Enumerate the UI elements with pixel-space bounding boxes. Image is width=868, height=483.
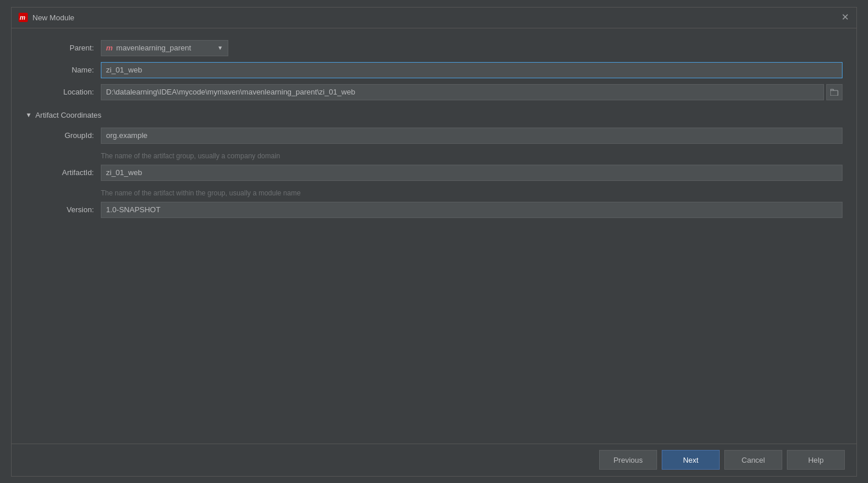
version-control: [101, 202, 843, 218]
name-row: Name:: [25, 62, 843, 78]
chevron-down-icon: ▼: [217, 45, 223, 51]
artifactid-control: [101, 165, 843, 181]
artifact-section-header: ▼ Artifact Coordinates: [25, 111, 843, 119]
name-control: [101, 62, 843, 78]
artifactid-input[interactable]: [101, 165, 843, 181]
next-button[interactable]: Next: [662, 450, 720, 470]
parent-dropdown[interactable]: m mavenlearning_parent ▼: [101, 40, 228, 56]
maven-icon: m: [19, 13, 28, 22]
browse-folder-button[interactable]: [826, 84, 843, 100]
parent-value: mavenlearning_parent: [116, 43, 191, 52]
svg-rect-2: [830, 90, 838, 96]
artifact-section-title: Artifact Coordinates: [35, 111, 101, 119]
help-button[interactable]: Help: [787, 450, 845, 470]
groupid-label: GroupId:: [25, 131, 101, 140]
name-input[interactable]: [101, 62, 843, 78]
version-input[interactable]: [101, 202, 843, 218]
section-collapse-arrow[interactable]: ▼: [25, 111, 32, 118]
version-row: Version:: [25, 202, 843, 218]
svg-text:m: m: [20, 14, 25, 21]
parent-label: Parent:: [25, 43, 101, 52]
location-input[interactable]: [101, 84, 824, 100]
location-row: Location:: [25, 84, 843, 100]
dialog-footer: Previous Next Cancel Help: [12, 444, 856, 476]
groupid-input[interactable]: [101, 128, 843, 144]
location-control: [101, 84, 843, 100]
artifactid-hint: The name of the artifact within the grou…: [101, 187, 843, 202]
parent-control: m mavenlearning_parent ▼: [101, 40, 843, 56]
previous-button[interactable]: Previous: [599, 450, 657, 470]
groupid-row: GroupId:: [25, 128, 843, 144]
title-bar-left: m New Module: [19, 13, 74, 22]
title-bar: m New Module ✕: [12, 8, 856, 28]
name-label: Name:: [25, 66, 101, 74]
dialog-title: New Module: [32, 13, 74, 22]
parent-row: Parent: m mavenlearning_parent ▼: [25, 40, 843, 56]
artifactid-row: ArtifactId:: [25, 165, 843, 181]
dialog-content: Parent: m mavenlearning_parent ▼ Name: L…: [12, 28, 856, 444]
maven-m-icon: m: [106, 43, 113, 52]
version-label: Version:: [25, 205, 101, 214]
location-label: Location:: [25, 88, 101, 96]
close-button[interactable]: ✕: [840, 13, 849, 22]
groupid-control: [101, 128, 843, 144]
groupid-hint: The name of the artifact group, usually …: [101, 150, 843, 165]
new-module-dialog: m New Module ✕ Parent: m mavenlearning_p…: [11, 7, 857, 477]
artifactid-label: ArtifactId:: [25, 168, 101, 177]
cancel-button[interactable]: Cancel: [724, 450, 782, 470]
